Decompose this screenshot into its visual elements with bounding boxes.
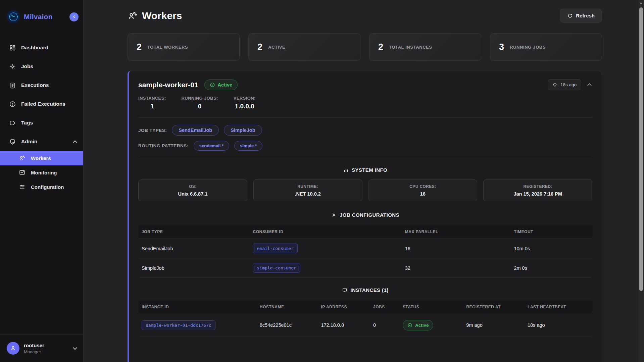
dashboard-icon: [9, 44, 16, 51]
timeout-cell: 10m 0s: [510, 239, 592, 258]
worker-name: sample-worker-01: [138, 81, 198, 89]
table-row: SendEmailJob email-consumer 16 10m 0s: [138, 239, 592, 258]
bar-chart-icon: [343, 167, 349, 173]
stat-card-total-workers: 2 TOTAL WORKERS: [128, 33, 240, 61]
metric-value: 1.0.0.0: [234, 103, 256, 110]
sidebar-item-executions[interactable]: Executions: [0, 76, 83, 95]
metric-label: VERSION:: [234, 96, 256, 101]
worker-card-header: sample-worker-01 Active 18s ago: [138, 79, 592, 90]
table-row: SimpleJob simple-consumer 32 2m 0s: [138, 258, 592, 278]
metric-running-jobs: RUNNING JOBS: 0: [181, 96, 218, 110]
page-scrollbar[interactable]: [638, 0, 644, 362]
gear-icon: [331, 212, 337, 218]
column-header: MAX PARALLEL: [402, 225, 511, 239]
worker-head-right: 18s ago: [548, 79, 592, 90]
worker-metrics: INSTANCES: 1 RUNNING JOBS: 0 VERSION: 1.…: [138, 96, 592, 110]
refresh-label: Refresh: [576, 13, 595, 18]
column-header: IP ADDRESS: [317, 300, 370, 314]
table-header-row: INSTANCE ID HOSTNAME IP ADDRESS JOBS STA…: [138, 300, 592, 314]
workers-icon: [19, 155, 26, 162]
sidebar-item-failed-executions[interactable]: Failed Executions: [0, 95, 83, 113]
sidebar-item-workers[interactable]: Workers: [0, 151, 83, 165]
clipboard-icon: [9, 82, 16, 89]
routing-pattern-pill: sendemail.*: [194, 141, 229, 151]
refresh-icon: [567, 13, 573, 18]
sidebar-item-label: Tags: [21, 120, 33, 126]
alert-circle-icon: [9, 101, 16, 108]
registered-at-cell: 9m ago: [463, 314, 524, 336]
info-label: REGISTERED:: [487, 184, 589, 189]
admin-subnav: Workers Monitoring Confi: [0, 151, 83, 194]
check-circle-icon: [407, 323, 412, 328]
refresh-button[interactable]: Refresh: [560, 9, 602, 22]
worker-status-badge: Active: [204, 80, 238, 90]
sidebar-item-configuration[interactable]: Configuration: [0, 180, 83, 194]
heartbeat-label: 18s ago: [560, 82, 577, 87]
scrollbar-up-arrow-icon[interactable]: [640, 2, 642, 4]
stat-value: 2: [378, 42, 383, 52]
metric-label: INSTANCES:: [138, 96, 166, 101]
scrollbar-thumb[interactable]: [639, 7, 643, 291]
info-box-cpu-cores: CPU CORES: 16: [368, 179, 478, 201]
chevron-up-icon: [73, 140, 77, 145]
column-header: JOBS: [370, 300, 399, 314]
collapse-card-chevron-icon[interactable]: [587, 83, 592, 88]
stat-label: ACTIVE: [268, 45, 285, 50]
avatar: [7, 342, 19, 355]
user-menu[interactable]: rootuser Manager: [0, 334, 83, 362]
job-configurations-title: JOB CONFIGURATIONS: [138, 212, 592, 218]
job-configurations-title-text: JOB CONFIGURATIONS: [340, 212, 399, 218]
info-label: CPU CORES:: [372, 184, 474, 189]
user-name: rootuser: [24, 343, 69, 348]
sidebar-item-label: Dashboard: [21, 45, 48, 51]
column-header: LAST HEARTBEAT: [524, 300, 592, 314]
jobs-cell: 0: [370, 314, 399, 336]
routing-patterns-row: ROUTING PATTERNS: sendemail.* simple.*: [138, 141, 592, 151]
job-type-pill: SimpleJob: [224, 125, 262, 136]
app-logo-icon: [7, 10, 20, 23]
column-header: REGISTERED AT: [463, 300, 524, 314]
page-title-text: Workers: [142, 10, 182, 21]
chevron-down-icon: [73, 346, 77, 350]
stat-card-active: 2 ACTIVE: [248, 33, 360, 61]
column-header: STATUS: [399, 300, 463, 314]
stat-card-running-jobs: 3 RUNNING JOBS: [490, 33, 602, 61]
stat-value: 2: [137, 42, 142, 52]
user-meta: rootuser Manager: [24, 343, 69, 354]
routing-patterns-label: ROUTING PATTERNS:: [138, 143, 189, 148]
worker-status-label: Active: [218, 82, 233, 88]
column-header: CONSUMER ID: [249, 225, 401, 239]
metric-value: 0: [181, 103, 218, 110]
system-info-grid: OS: Unix 6.6.87.1 RUNTIME: .NET 10.0.2 C…: [138, 179, 592, 201]
system-info-title-text: SYSTEM INFO: [352, 167, 387, 173]
max-parallel-cell: 32: [402, 258, 511, 277]
sidebar-item-dashboard[interactable]: Dashboard: [0, 38, 83, 57]
stat-label: TOTAL WORKERS: [147, 45, 188, 50]
max-parallel-cell: 16: [402, 239, 511, 258]
sliders-icon: [19, 184, 26, 191]
brand-name: Milvaion: [24, 13, 66, 21]
sidebar-item-label: Workers: [31, 155, 51, 161]
heart-icon: [552, 82, 557, 87]
stat-value: 3: [499, 42, 504, 52]
column-header: JOB TYPE: [138, 225, 249, 239]
sidebar-nav: Dashboard Jobs Executions: [0, 38, 83, 194]
consumer-id-badge: email-consumer: [253, 244, 298, 253]
sidebar-collapse-button[interactable]: ‹: [69, 12, 79, 21]
sidebar-item-jobs[interactable]: Jobs: [0, 57, 83, 76]
info-box-registered: REGISTERED: Jan 15, 2026 7:16 PM: [483, 179, 592, 201]
sidebar-item-tags[interactable]: Tags: [0, 113, 83, 132]
sidebar: Milvaion ‹ Dashboard Jobs: [0, 0, 84, 362]
ip-address-cell: 172.18.0.8: [317, 314, 370, 336]
instances-title-text: INSTANCES (1): [350, 287, 388, 293]
monitor-icon: [342, 288, 347, 293]
system-info-title: SYSTEM INFO: [138, 167, 592, 173]
job-type-pill: SendEmailJob: [172, 125, 219, 136]
worker-card: sample-worker-01 Active 18s ago: [128, 71, 602, 362]
job-type-cell: SendEmailJob: [138, 239, 249, 258]
info-value: Unix 6.6.87.1: [142, 191, 244, 197]
sidebar-item-admin[interactable]: Admin: [0, 132, 83, 151]
info-label: RUNTIME:: [257, 184, 359, 189]
sidebar-item-monitoring[interactable]: Monitoring: [0, 165, 83, 180]
sidebar-spacer: [0, 194, 83, 334]
